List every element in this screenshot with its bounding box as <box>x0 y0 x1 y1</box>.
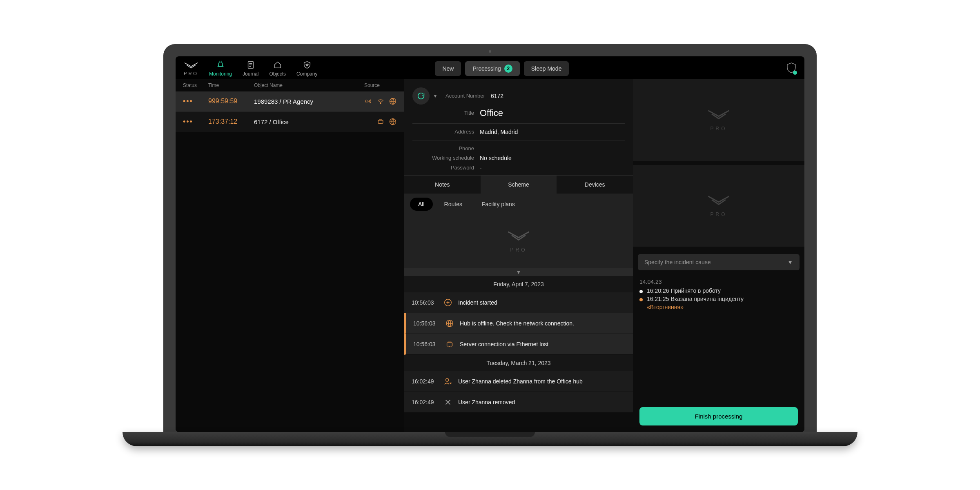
right-panel: PRO PRO Specify the incident cause ▼ 14.… <box>633 79 804 432</box>
processing-count-badge: 2 <box>504 65 512 73</box>
incident-list: Status Time Object Name Source ••• 999:5… <box>176 79 404 432</box>
x-icon <box>443 398 452 407</box>
event-row[interactable]: 10:56:03 Hub is offline. Check the netwo… <box>404 313 633 334</box>
incident-time: 999:59:59 <box>208 98 245 105</box>
tab-notes[interactable]: Notes <box>404 176 481 194</box>
status-dot <box>793 71 797 75</box>
tab-processing[interactable]: Processing 2 <box>465 61 519 76</box>
shield-star-icon <box>303 60 312 69</box>
nav-journal[interactable]: Journal <box>243 60 258 77</box>
more-icon[interactable]: ••• <box>183 97 199 106</box>
col-source: Source <box>364 82 397 88</box>
tab-scheme[interactable]: Scheme <box>481 176 557 194</box>
media-placeholder: PRO <box>633 165 804 247</box>
col-status: Status <box>183 82 199 88</box>
event-row[interactable]: 16:02:49 User Zhanna deleted Zhanna from… <box>404 371 633 392</box>
resize-handle[interactable]: ▼ <box>404 268 633 276</box>
more-icon[interactable]: ••• <box>183 118 199 126</box>
status-tabs: New Processing 2 Sleep Mode <box>435 61 569 76</box>
globe-icon <box>389 118 397 126</box>
nav: Monitoring Journal Objects Company <box>209 60 317 77</box>
ethernet-icon <box>376 118 385 126</box>
event-row[interactable]: 16:02:49 User Zhanna removed <box>404 392 633 413</box>
account-number: 6172 <box>491 93 503 99</box>
incident-row[interactable]: ••• 173:37:12 6172 / Office <box>176 111 404 132</box>
event-log[interactable]: Friday, April 7, 2023 10:56:03 Incident … <box>404 276 633 432</box>
home-icon <box>273 60 282 69</box>
refresh-icon <box>416 91 425 100</box>
incident-time: 173:37:12 <box>208 118 245 125</box>
wifi-icon <box>376 97 385 105</box>
event-date: Friday, April 7, 2023 <box>404 276 633 292</box>
nav-company[interactable]: Company <box>296 60 317 77</box>
user-delete-icon <box>443 377 452 386</box>
event-row[interactable]: 10:56:03 Server connection via Ethernet … <box>404 334 633 355</box>
svg-rect-7 <box>447 343 452 346</box>
bell-icon <box>216 60 225 69</box>
sub-tab-all[interactable]: All <box>410 198 433 211</box>
scheme-sub-tabs: All Routes Facility plans <box>404 194 633 215</box>
topbar: PRO Monitoring Journal Objects Company <box>176 56 804 79</box>
col-name: Object Name <box>254 82 355 88</box>
event-row[interactable]: 10:56:03 Incident started <box>404 292 633 313</box>
tab-devices[interactable]: Devices <box>557 176 633 194</box>
svg-point-8 <box>446 378 449 381</box>
tab-sleep[interactable]: Sleep Mode <box>524 61 569 76</box>
detail-tabs: Notes Scheme Devices <box>404 176 633 194</box>
incident-cause-select[interactable]: Specify the incident cause ▼ <box>638 254 800 270</box>
svg-point-1 <box>380 103 381 104</box>
incident-name: 1989283 / PR Agency <box>254 98 355 105</box>
incident-name: 6172 / Office <box>254 118 368 125</box>
ethernet-icon <box>445 340 454 349</box>
detail-panel: ▼ Account Number 6172 TitleOffice Addres… <box>404 79 633 432</box>
globe-icon <box>389 97 397 105</box>
chevron-down-icon: ▼ <box>787 259 793 265</box>
tab-new[interactable]: New <box>435 61 461 76</box>
action-log: 14.04.23 16:20:26 Прийнято в роботу 16:2… <box>633 274 804 399</box>
scheme-placeholder: PRO <box>404 215 633 268</box>
sub-tab-plans[interactable]: Facility plans <box>474 198 523 211</box>
globe-icon <box>445 319 454 328</box>
media-placeholder: PRO <box>633 79 804 161</box>
sub-tab-routes[interactable]: Routes <box>436 198 470 211</box>
object-title: Office <box>480 108 503 118</box>
logo: PRO <box>184 61 198 76</box>
event-date: Tuesday, March 21, 2023 <box>404 355 633 371</box>
finish-processing-button[interactable]: Finish processing <box>639 407 798 425</box>
journal-icon <box>246 60 255 69</box>
plus-circle-icon <box>443 298 452 307</box>
arm-status[interactable] <box>786 62 796 75</box>
nav-monitoring[interactable]: Monitoring <box>209 60 232 77</box>
cellular-icon <box>364 97 372 105</box>
svg-rect-3 <box>378 120 383 124</box>
dropdown-caret[interactable]: ▼ <box>433 93 438 99</box>
col-time: Time <box>208 82 245 88</box>
incident-row[interactable]: ••• 999:59:59 1989283 / PR Agency <box>176 91 404 111</box>
object-address: Madrid, Madrid <box>480 129 518 135</box>
object-password: - <box>480 165 482 171</box>
refresh-button[interactable] <box>412 87 430 105</box>
nav-objects[interactable]: Objects <box>269 60 286 77</box>
object-schedule: No schedule <box>480 155 512 161</box>
